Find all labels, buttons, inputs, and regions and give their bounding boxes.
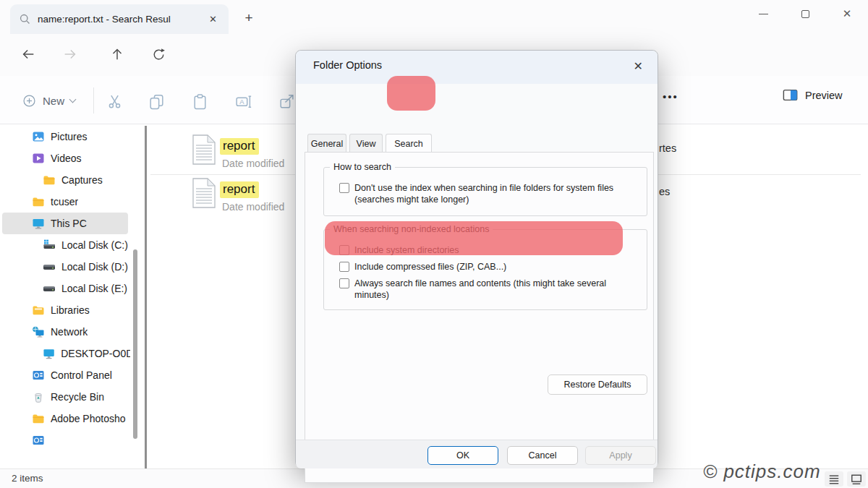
sidebar-item-label: tcuser	[51, 196, 78, 207]
tab-view[interactable]: View	[349, 134, 383, 153]
sidebar-item-partial[interactable]	[0, 429, 130, 451]
paste-clipboard-icon	[191, 93, 209, 111]
dialog-close-icon[interactable]: ✕	[629, 58, 647, 74]
checkbox-unchecked[interactable]	[339, 245, 349, 255]
refresh-icon	[151, 47, 166, 62]
sidebar-item-this-pc[interactable]: This PC	[2, 213, 128, 234]
sidebar-item-control-panel[interactable]: Control Panel	[0, 364, 130, 386]
folder-icon	[32, 412, 45, 425]
new-item-button[interactable]: New	[16, 88, 81, 113]
file-explorer-window: name:report.txt - Search Resul ✕ + ✕	[0, 0, 868, 488]
window-controls: ✕	[742, 0, 868, 29]
monitor-icon	[43, 347, 55, 360]
navigation-pane: Pictures Videos Captures tcuser	[0, 126, 130, 451]
paste-button[interactable]	[185, 90, 214, 113]
pane-splitter[interactable]	[145, 126, 147, 468]
group-non-indexed-locations: When searching non-indexed locations Inc…	[323, 229, 647, 310]
checkbox-unchecked[interactable]	[339, 278, 349, 288]
file-name-highlighted[interactable]: report	[220, 138, 259, 155]
tab-close-icon[interactable]: ✕	[205, 12, 221, 26]
maximize-icon	[801, 10, 809, 18]
tab-general[interactable]: General	[307, 134, 346, 153]
sidebar-item-label: Local Disk (C:)	[61, 239, 128, 251]
share-icon	[278, 93, 296, 111]
network-icon	[32, 325, 45, 338]
sidebar-item-tcuser[interactable]: tcuser	[0, 191, 130, 213]
new-button-label: New	[43, 95, 64, 107]
tab-search[interactable]: Search	[386, 134, 432, 153]
option-always-search-contents[interactable]: Always search file names and contents (t…	[339, 278, 631, 301]
cut-button[interactable]	[100, 90, 129, 113]
option-include-system-directories[interactable]: Include system directories	[339, 244, 642, 256]
folder-icon	[43, 174, 56, 187]
sidebar-item-videos[interactable]: Videos	[0, 147, 130, 169]
ok-button[interactable]: OK	[427, 446, 498, 465]
copy-icon	[148, 93, 166, 111]
file-name-highlighted[interactable]: report	[220, 181, 259, 198]
new-tab-button[interactable]: +	[239, 9, 258, 27]
sidebar-item-label: Recycle Bin	[51, 391, 104, 403]
sidebar-item-network[interactable]: Network	[0, 321, 130, 343]
close-icon: ✕	[843, 7, 852, 20]
maximize-button[interactable]	[784, 0, 826, 27]
sidebar-item-local-disk-c[interactable]: Local Disk (C:)	[0, 234, 130, 256]
checkbox-unchecked[interactable]	[339, 262, 349, 272]
sidebar-item-label: Local Disk (E:)	[61, 283, 127, 294]
more-options-button[interactable]: •••	[663, 90, 678, 103]
back-button[interactable]	[16, 43, 41, 66]
details-view-button[interactable]	[825, 471, 843, 487]
rename-icon: A	[234, 93, 252, 111]
sidebar-item-label: Videos	[51, 153, 82, 164]
large-icons-view-button[interactable]	[847, 471, 866, 487]
checkbox-label: Always search file names and contents (t…	[354, 278, 631, 301]
sidebar-item-adobe-photoshop[interactable]: Adobe Photosho	[0, 408, 130, 429]
sidebar-item-local-disk-e[interactable]: Local Disk (E:)	[0, 278, 130, 299]
search-icon	[19, 13, 31, 25]
sidebar-item-label: Libraries	[51, 304, 90, 316]
sidebar-item-libraries[interactable]: Libraries	[0, 299, 130, 321]
sidebar-item-label: This PC	[51, 218, 87, 229]
checkbox-label: Include compressed files (ZIP, CAB...)	[354, 261, 642, 273]
text-document-icon	[192, 134, 216, 165]
recycle-bin-icon	[32, 390, 45, 403]
dialog-title: Folder Options	[313, 59, 382, 71]
item-count: 2 items	[12, 473, 43, 484]
preview-toggle-button[interactable]: Preview	[783, 89, 843, 102]
copy-button[interactable]	[142, 90, 171, 113]
sidebar-item-label: Network	[51, 326, 88, 338]
sidebar-item-label: Local Disk (D:)	[61, 261, 128, 273]
restore-defaults-button[interactable]: Restore Defaults	[548, 374, 647, 395]
file-clipped-text: es	[659, 186, 670, 197]
videos-icon	[32, 152, 45, 165]
checkbox-unchecked[interactable]	[339, 183, 349, 193]
file-meta: Date modified	[222, 201, 284, 213]
sidebar-item-pictures[interactable]: Pictures	[0, 126, 130, 147]
libraries-folder-icon	[32, 304, 45, 317]
apply-button[interactable]: Apply	[585, 446, 656, 465]
monitor-icon	[32, 217, 45, 230]
explorer-tab[interactable]: name:report.txt - Search Resul ✕	[10, 4, 229, 34]
option-include-compressed-files[interactable]: Include compressed files (ZIP, CAB...)	[339, 261, 642, 273]
search-tab-page: How to search Don't use the index when s…	[305, 152, 654, 483]
sidebar-item-desktop-o0d[interactable]: DESKTOP-O0D	[0, 343, 130, 364]
option-dont-use-index[interactable]: Don't use the index when searching in fi…	[339, 182, 642, 206]
refresh-button[interactable]	[146, 43, 171, 66]
sidebar-scrollbar[interactable]	[133, 249, 137, 439]
sidebar-item-recycle-bin[interactable]: Recycle Bin	[0, 386, 130, 408]
file-meta: Date modified	[222, 158, 284, 169]
sidebar-item-captures[interactable]: Captures	[0, 169, 130, 191]
minimize-button[interactable]	[742, 0, 784, 27]
cancel-button[interactable]: Cancel	[507, 446, 578, 465]
svg-text:A: A	[239, 98, 244, 106]
checkbox-label: Include system directories	[354, 244, 642, 256]
tab-title: name:report.txt - Search Resul	[38, 14, 205, 25]
large-icons-view-icon	[850, 474, 863, 485]
forward-button[interactable]	[58, 43, 82, 66]
sidebar-item-local-disk-d[interactable]: Local Disk (D:)	[0, 256, 130, 278]
rename-button[interactable]: A	[229, 90, 258, 113]
up-button[interactable]	[105, 43, 129, 66]
drive-icon	[43, 260, 56, 273]
close-button[interactable]: ✕	[826, 0, 868, 27]
sidebar-item-label: Captures	[61, 174, 103, 186]
folder-icon	[32, 195, 45, 208]
